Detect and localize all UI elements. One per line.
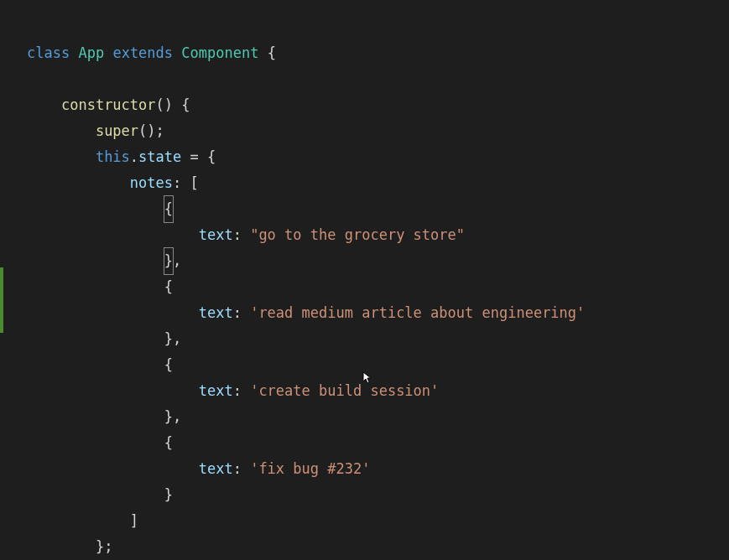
text-key: text xyxy=(199,460,233,477)
keyword-class: class xyxy=(27,44,70,61)
super-call: super xyxy=(96,122,138,139)
text-key: text xyxy=(199,382,233,399)
equals: = xyxy=(181,148,207,165)
class-name-app: App xyxy=(78,44,104,61)
colon: : xyxy=(173,174,190,191)
brace-open: { xyxy=(164,356,173,373)
comma: , xyxy=(173,252,181,269)
text-key: text xyxy=(199,226,233,243)
ctor-params: () xyxy=(156,96,173,113)
brace-open: { xyxy=(268,44,276,61)
text-key: text xyxy=(199,304,233,321)
dot: . xyxy=(130,148,138,165)
brace-open-matched: { xyxy=(164,195,174,223)
keyword-extends: extends xyxy=(112,44,173,61)
semicolon: ; xyxy=(156,122,164,139)
colon: : xyxy=(233,460,250,477)
colon: : xyxy=(233,226,250,243)
this-keyword: this xyxy=(96,148,130,165)
note-value-3: 'fix bug #232' xyxy=(250,460,370,477)
brace-close-comma: }, xyxy=(164,408,181,425)
note-value-2: 'create build session' xyxy=(250,382,439,399)
super-args: () xyxy=(138,122,155,139)
brace-open: { xyxy=(207,148,216,165)
bracket-open: [ xyxy=(190,174,199,191)
colon: : xyxy=(233,304,250,321)
state-prop: state xyxy=(138,148,181,165)
brace-open: { xyxy=(164,434,173,451)
gutter-change-marker xyxy=(0,267,3,333)
bracket-close: ] xyxy=(130,512,138,529)
notes-prop: notes xyxy=(130,174,173,191)
brace-close: } xyxy=(164,486,173,503)
constructor-name: constructor xyxy=(61,96,156,113)
note-value-1: 'read medium article about engineering' xyxy=(250,304,585,321)
colon: : xyxy=(233,382,250,399)
brace-close: } xyxy=(96,538,104,555)
brace-open: { xyxy=(164,278,173,295)
brace-open: { xyxy=(181,96,190,113)
code-editor[interactable]: class App extends Component { constructo… xyxy=(0,0,729,560)
code-content[interactable]: class App extends Component { constructo… xyxy=(27,14,585,560)
note-value-0: "go to the grocery store" xyxy=(250,226,465,243)
brace-close-comma: }, xyxy=(164,330,181,347)
semicolon: ; xyxy=(104,538,112,555)
class-name-component: Component xyxy=(181,44,258,61)
